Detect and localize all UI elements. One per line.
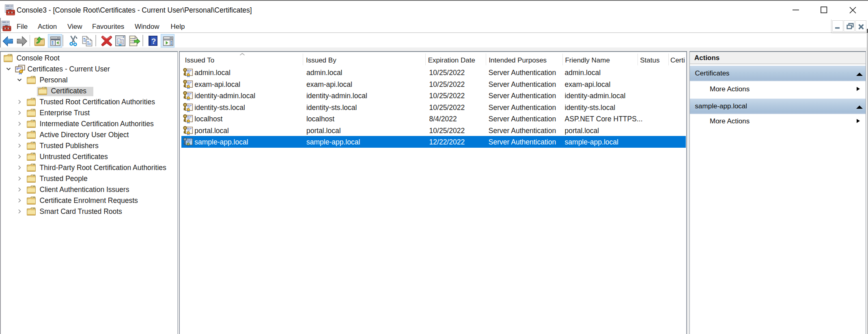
svg-text:?: ? <box>151 37 156 45</box>
